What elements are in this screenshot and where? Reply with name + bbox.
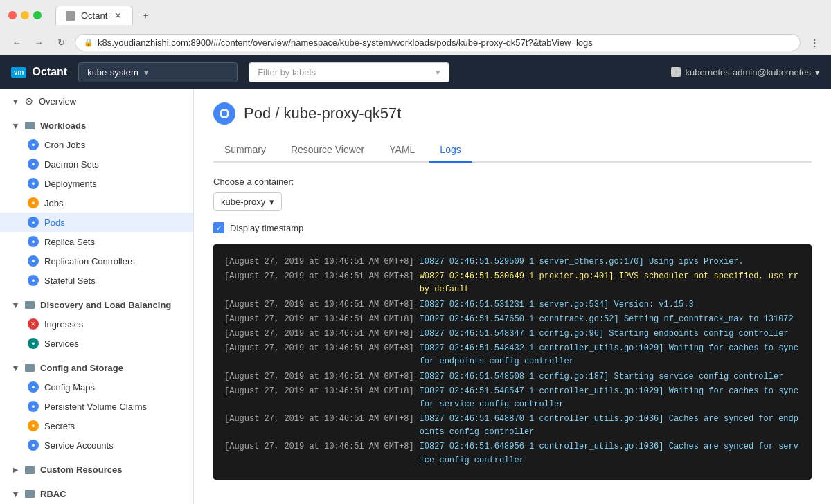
filter-dropdown-arrow: ▾ [436,67,440,78]
discovery-folder-icon [25,301,35,309]
sidebar-item-stateful-sets[interactable]: ● Stateful Sets [0,271,193,290]
sidebar-item-service-accounts[interactable]: ● Service Accounts [0,435,193,455]
overview-caret: ▾ [11,97,19,105]
sidebar-item-jobs[interactable]: ● Jobs [0,193,193,213]
checkbox-check-icon: ✓ [216,224,222,232]
user-icon [671,67,681,77]
tab-close-button[interactable]: ✕ [113,11,123,21]
tab-summary[interactable]: Summary [213,138,277,163]
workloads-caret: ▾ [11,122,19,130]
sidebar-item-replication-controllers[interactable]: ● Replication Controllers [0,251,193,271]
tab-favicon [66,11,75,21]
sidebar-item-secrets[interactable]: ● Secrets [0,416,193,435]
log-timestamp: [August 27, 2019 at 10:46:51 AM GMT+8] [224,313,414,326]
namespace-selector[interactable]: kube-system ▾ [78,62,238,82]
container-dropdown[interactable]: kube-proxy ▾ [213,192,282,211]
secrets-label: Secrets [44,421,75,431]
replication-controllers-label: Replication Controllers [44,256,135,267]
minimize-window-button[interactable] [21,11,29,19]
stateful-sets-label: Stateful Sets [44,276,96,286]
replica-sets-icon: ● [28,236,39,247]
filter-by-labels-selector[interactable]: Filter by labels ▾ [249,62,449,82]
browser-menu-button[interactable]: ⋮ [806,35,823,51]
new-tab-button[interactable]: + [136,6,155,25]
config-maps-icon: ● [28,381,39,393]
log-line: [August 27, 2019 at 10:46:51 AM GMT+8] I… [224,255,801,269]
display-timestamp-checkbox[interactable]: ✓ [213,222,224,233]
sidebar-item-config[interactable]: ▾ Config and Storage [0,359,193,377]
log-content: I0827 02:46:51.548547 1 controller_utils… [420,385,801,411]
app-body: ▾ ⊙ Overview ▾ Workloads ● Cron Jobs ● [0,89,831,504]
address-bar[interactable]: 🔒 k8s.youdianzhishi.com:8900/#/content/o… [75,34,801,51]
tab-resource-viewer[interactable]: Resource Viewer [280,138,375,163]
log-content: I0827 02:46:51.548508 1 config.go:187] S… [420,370,784,384]
daemon-sets-label: Daemon Sets [44,159,99,170]
url-text: k8s.youdianzhishi.com:8900/#/content/ove… [98,37,792,48]
config-label: Config and Storage [40,363,123,373]
pods-icon: ● [28,217,39,228]
log-line: [August 27, 2019 at 10:46:51 AM GMT+8] I… [224,370,801,384]
overview-label: Overview [39,96,76,107]
deployments-label: Deployments [44,179,97,189]
sidebar-item-deployments[interactable]: ● Deployments [0,174,193,193]
display-timestamp-label: Display timestamp [230,223,303,233]
tab-logs[interactable]: Logs [429,138,472,163]
sidebar-item-workloads[interactable]: ▾ Workloads [0,116,193,135]
log-line: [August 27, 2019 at 10:46:51 AM GMT+8] I… [224,440,801,467]
log-line: [August 27, 2019 at 10:46:51 AM GMT+8] I… [224,342,801,368]
sidebar-item-config-maps[interactable]: ● Config Maps [0,377,193,397]
sidebar-item-services[interactable]: ● Services [0,334,193,353]
sidebar-item-daemon-sets[interactable]: ● Daemon Sets [0,154,193,174]
close-window-button[interactable] [8,11,17,19]
sidebar-item-cron-jobs[interactable]: ● Cron Jobs [0,135,193,154]
container-label: Choose a container: [213,177,812,187]
filter-placeholder: Filter by labels [258,67,316,78]
tab-yaml[interactable]: YAML [378,138,426,163]
back-button[interactable]: ← [8,35,25,51]
log-timestamp: [August 27, 2019 at 10:46:51 AM GMT+8] [224,342,414,368]
log-content: I0827 02:46:51.531231 1 server.go:534] V… [420,298,694,312]
ingresses-icon: ✕ [28,318,39,330]
container-value: kube-proxy [221,197,265,207]
sidebar-custom-resources-section: ▸ Custom Resources [0,458,193,482]
refresh-button[interactable]: ↻ [53,35,69,51]
tab-bar: Octant ✕ + [47,6,163,25]
sidebar-workloads-section: ▾ Workloads ● Cron Jobs ● Daemon Sets ● … [0,114,193,293]
log-line: [August 27, 2019 at 10:46:51 AM GMT+8] I… [224,327,801,341]
log-timestamp: [August 27, 2019 at 10:46:51 AM GMT+8] [224,270,414,296]
user-dropdown-arrow: ▾ [815,67,820,78]
ingresses-label: Ingresses [44,319,83,330]
daemon-sets-icon: ● [28,159,39,170]
forward-button[interactable]: → [30,35,47,51]
sidebar-item-rbac[interactable]: ▾ RBAC [0,485,193,503]
cron-jobs-icon: ● [28,139,39,150]
sidebar-item-custom-resources[interactable]: ▸ Custom Resources [0,460,193,479]
maximize-window-button[interactable] [33,11,42,19]
log-line: [August 27, 2019 at 10:46:51 AM GMT+8] I… [224,298,801,312]
browser-tab[interactable]: Octant ✕ [55,6,133,25]
log-timestamp: [August 27, 2019 at 10:46:51 AM GMT+8] [224,385,414,411]
logo-text: Octant [32,66,67,78]
sidebar-item-pods[interactable]: ● Pods [0,213,193,232]
rbac-folder-icon [25,490,35,498]
custom-resources-folder-icon [25,466,35,474]
sidebar-config-section: ▾ Config and Storage ● Config Maps ● Per… [0,356,193,458]
sidebar-item-replica-sets[interactable]: ● Replica Sets [0,232,193,251]
sidebar-item-discovery[interactable]: ▾ Discovery and Load Balancing [0,296,193,314]
overview-icon: ⊙ [25,96,33,107]
log-line: [August 27, 2019 at 10:46:51 AM GMT+8] W… [224,270,801,296]
user-info: kubernetes-admin@kubernetes ▾ [671,67,820,78]
sidebar-discovery-section: ▾ Discovery and Load Balancing ✕ Ingress… [0,293,193,356]
sidebar-item-ingresses[interactable]: ✕ Ingresses [0,314,193,334]
sidebar-item-overview[interactable]: ▾ ⊙ Overview [0,91,193,111]
log-content: I0827 02:46:51.648870 1 controller_utils… [420,413,801,439]
sidebar-item-pvc[interactable]: ● Persistent Volume Claims [0,397,193,416]
tabs: Summary Resource Viewer YAML Logs [213,138,812,163]
log-line: [August 27, 2019 at 10:46:51 AM GMT+8] I… [224,413,801,439]
service-accounts-label: Service Accounts [44,440,114,451]
log-timestamp: [August 27, 2019 at 10:46:51 AM GMT+8] [224,327,414,341]
address-bar-row: ← → ↻ 🔒 k8s.youdianzhishi.com:8900/#/con… [0,30,831,55]
pvc-icon: ● [28,401,39,412]
vm-badge: vm [11,67,26,78]
stateful-sets-icon: ● [28,275,39,286]
